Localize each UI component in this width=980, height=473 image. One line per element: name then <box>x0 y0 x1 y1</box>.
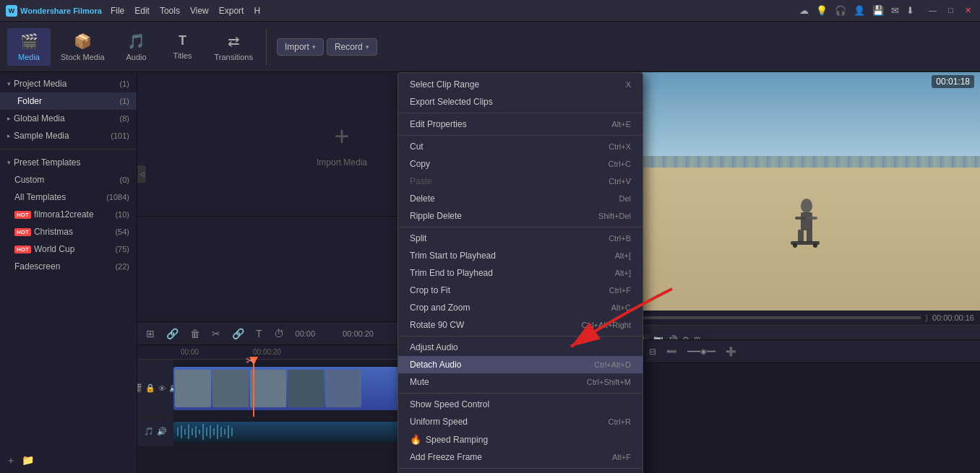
cm-adjust-audio[interactable]: Adjust Audio <box>398 339 642 356</box>
cm-trim-end[interactable]: Trim End to Playhead Alt+] <box>398 264 642 282</box>
tl-layout-icon[interactable]: ⊞ <box>143 326 158 341</box>
sidebar-item-project-media[interactable]: ▾ Project Media (1) <box>0 75 137 92</box>
cm-trim-start-label: Trim Start to Playhead <box>410 251 615 261</box>
download-icon[interactable]: ⬇ <box>906 5 914 16</box>
world-cup-label: World Cup <box>34 244 74 254</box>
sidebar-item-custom[interactable]: Custom (0) <box>0 171 137 188</box>
folder-icon[interactable]: 📁 <box>22 454 34 467</box>
filmora12create-count: (10) <box>115 210 129 219</box>
toolbar-stock-media[interactable]: 📦 Stock Media <box>53 28 112 66</box>
cm-divider-3 <box>398 227 642 227</box>
menu-tools[interactable]: Tools <box>160 6 180 16</box>
sidebar-item-preset-templates[interactable]: ▾ Preset Templates <box>0 154 137 171</box>
cm-add-freeze-frame[interactable]: Add Freeze Frame Alt+F <box>398 448 642 466</box>
mail-icon[interactable]: ✉ <box>891 5 899 16</box>
menu-help[interactable]: H <box>254 6 260 16</box>
sidebar-item-world-cup[interactable]: HOT World Cup (75) <box>0 240 137 258</box>
cm-crop-and-zoom[interactable]: Crop and Zoom Alt+C <box>398 299 642 316</box>
tl-speed-icon[interactable]: ⏱ <box>271 326 287 341</box>
track-video-icon[interactable]: 🎬 <box>137 383 142 393</box>
import-button[interactable]: Import ▾ <box>277 38 324 56</box>
import-media-label: Import Media <box>317 157 367 168</box>
filmora12create-label: filmora12create <box>34 209 94 220</box>
tl-text-icon[interactable]: T <box>253 326 265 341</box>
import-plus-icon[interactable]: + <box>334 121 349 152</box>
track-audio-icon[interactable]: 🎵 <box>144 427 154 436</box>
track-lock-icon[interactable]: 🔒 <box>145 383 155 393</box>
rp-pip2-icon[interactable]: ⊟ <box>646 345 659 358</box>
sidebar-item-all-templates[interactable]: All Templates (1084) <box>0 188 137 206</box>
rp-slider-icon[interactable]: ━━━◉━━ <box>684 346 718 357</box>
custom-count: (0) <box>120 175 129 184</box>
cm-ripple-delete-label: Ripple Delete <box>410 211 598 221</box>
tl-delete-icon[interactable]: 🗑 <box>187 326 203 341</box>
track-eye-icon[interactable]: 👁 <box>158 384 166 393</box>
add-icon[interactable]: ＋ <box>6 454 16 467</box>
cm-speed-ramping[interactable]: 🔥 Speed Ramping <box>398 430 642 448</box>
hot-badge-worldcup: HOT <box>14 246 31 253</box>
tl-link-icon[interactable]: 🔗 <box>163 326 181 341</box>
menu-edit[interactable]: Edit <box>134 6 150 16</box>
rp-minus-icon[interactable]: ➖ <box>663 345 680 358</box>
toolbar-media[interactable]: 🎬 Media <box>7 28 51 66</box>
cm-adjust-audio-label: Adjust Audio <box>410 342 631 352</box>
record-button[interactable]: Record ▾ <box>327 38 377 56</box>
app-name: Wondershare Filmora <box>20 6 102 15</box>
menu-bar: File Edit Tools View Export H <box>111 6 260 16</box>
cm-cut-shortcut: Ctrl+X <box>609 142 631 151</box>
clip-thumbnails <box>173 368 363 409</box>
sidebar-item-sample-media[interactable]: ▸ Sample Media (101) <box>0 127 137 144</box>
svg-rect-22 <box>224 429 225 435</box>
toolbar-transitions[interactable]: ⇄ Transitions <box>207 28 260 66</box>
fadescreen-count: (22) <box>115 262 129 271</box>
save-icon[interactable]: 💾 <box>872 5 884 16</box>
menu-file[interactable]: File <box>111 6 124 16</box>
preview-timecode: 00:01:18 <box>932 75 974 88</box>
sidebar-item-fadescreen[interactable]: Fadescreen (22) <box>0 258 137 275</box>
sidebar-item-folder[interactable]: Folder (1) <box>0 92 137 110</box>
sidebar: ▾ Project Media (1) Folder (1) ▸ Global … <box>0 72 137 473</box>
menu-view[interactable]: View <box>190 6 209 16</box>
tl-cut-icon[interactable]: ✂ <box>209 326 223 341</box>
maximize-button[interactable]: □ <box>945 6 956 15</box>
tl-magnet-icon[interactable]: 🔗 <box>229 326 247 341</box>
cm-edit-properties[interactable]: Edit Properties Alt+E <box>398 116 642 133</box>
cm-rotate-90[interactable]: Rotate 90 CW Ctrl+Alt+Right <box>398 316 642 334</box>
cm-select-clip-range[interactable]: Select Clip Range X <box>398 76 642 93</box>
cm-ripple-delete[interactable]: Ripple Delete Shift+Del <box>398 207 642 225</box>
media-icon: 🎬 <box>20 32 38 50</box>
headset-icon[interactable]: 🎧 <box>835 5 846 16</box>
cm-trim-start[interactable]: Trim Start to Playhead Alt+[ <box>398 247 642 264</box>
project-media-label: Project Media <box>14 79 66 89</box>
sidebar-item-filmora12create[interactable]: HOT filmora12create (10) <box>0 206 137 223</box>
track-audio-vol-icon[interactable]: 🔊 <box>157 427 167 436</box>
cm-crop-to-fit[interactable]: Crop to Fit Ctrl+F <box>398 282 642 299</box>
cm-split[interactable]: Split Ctrl+B <box>398 230 642 247</box>
cm-delete[interactable]: Delete Del <box>398 190 642 207</box>
close-button[interactable]: ✕ <box>962 6 974 15</box>
cm-add-freeze-frame-label: Add Freeze Frame <box>410 452 612 462</box>
toolbar-separator-1 <box>266 29 267 65</box>
sidebar-collapse-button[interactable]: ◁ <box>137 165 146 183</box>
sidebar-bottom-actions: ＋ 📁 <box>0 448 137 473</box>
cm-cut[interactable]: Cut Ctrl+X <box>398 138 642 155</box>
minimize-button[interactable]: — <box>926 6 940 15</box>
speed-ramping-special-icon: 🔥 <box>410 434 421 445</box>
rp-plus-icon[interactable]: ➕ <box>723 345 739 358</box>
cm-uniform-speed[interactable]: Uniform Speed Ctrl+R <box>398 413 642 430</box>
cm-speed-ramping-label: Speed Ramping <box>426 435 631 445</box>
cloud-icon[interactable]: ☁ <box>799 5 809 16</box>
sidebar-item-christmas[interactable]: HOT Christmas (54) <box>0 223 137 240</box>
cm-mute[interactable]: Mute Ctrl+Shift+M <box>398 373 642 391</box>
menu-export[interactable]: Export <box>219 6 244 16</box>
cm-detach-audio[interactable]: Detach Audio Ctrl+Alt+D <box>398 356 642 373</box>
preview-bracket-right: } <box>926 314 928 322</box>
sidebar-item-global-media[interactable]: ▸ Global Media (8) <box>0 110 137 127</box>
cm-copy[interactable]: Copy Ctrl+C <box>398 155 642 173</box>
cm-show-speed-control[interactable]: Show Speed Control <box>398 396 642 413</box>
bulb-icon[interactable]: 💡 <box>816 5 828 16</box>
avatar-icon[interactable]: 👤 <box>854 5 865 16</box>
cm-export-selected-clips[interactable]: Export Selected Clips <box>398 93 642 110</box>
toolbar-audio[interactable]: 🎵 Audio <box>115 28 158 66</box>
toolbar-titles[interactable]: T Titles <box>161 29 205 64</box>
